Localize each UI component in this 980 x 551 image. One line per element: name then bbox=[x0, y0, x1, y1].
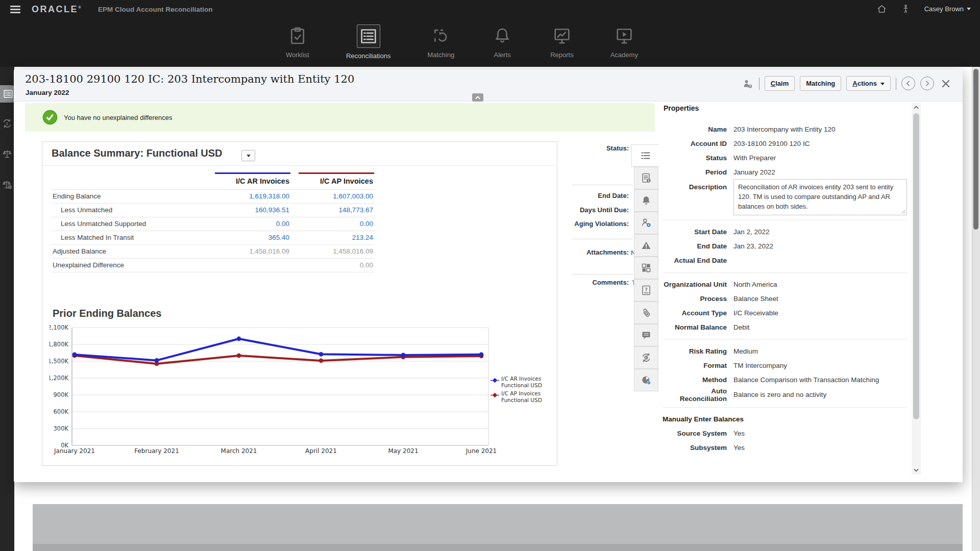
property-value: Medium bbox=[733, 347, 908, 355]
property-label: Actual End Date bbox=[663, 257, 727, 264]
chart-legend: I/C AR InvoicesFunctional USD I/C AP Inv… bbox=[491, 375, 555, 405]
property-value: 203-18100 29100 120 IC bbox=[733, 140, 908, 147]
toolbar-attributes-tiles-button[interactable] bbox=[634, 257, 658, 279]
dialog-header: 203-18100 29100 120 IC: 203 Intercompany… bbox=[14, 69, 963, 102]
close-icon[interactable] bbox=[941, 79, 950, 88]
top-bar: ORACLE® EPM Cloud Account Reconciliation… bbox=[0, 0, 980, 67]
resize-grip-icon[interactable] bbox=[900, 209, 905, 214]
user-help-icon[interactable]: ? bbox=[742, 78, 754, 89]
property-row: Auto Reconciliation Balance is zero and … bbox=[663, 387, 908, 403]
property-value: North America bbox=[733, 281, 908, 288]
property-row: Normal Balance Debit bbox=[663, 320, 908, 335]
balance-scale-add-icon[interactable] bbox=[2, 179, 13, 190]
description-textarea[interactable]: Reconciliation of AR invoices entity 203… bbox=[733, 179, 907, 215]
nav-item-alerts[interactable]: Alerts bbox=[491, 24, 513, 60]
legend-label: I/C AP InvoicesFunctional USD bbox=[501, 390, 542, 403]
balance-row: Ending Balance 1,619,318.00 1,607,003.00 bbox=[52, 190, 374, 204]
toolbar-prior-reconciliations-sync-button[interactable] bbox=[634, 346, 658, 369]
svg-text:1,800K: 1,800K bbox=[50, 341, 68, 348]
properties-scrollbar-thumb[interactable] bbox=[913, 113, 919, 419]
balance-value-ap[interactable]: 148,773.67 bbox=[299, 204, 374, 217]
toolbar-workflow-users-button[interactable] bbox=[634, 212, 658, 234]
property-label: Auto Reconciliation bbox=[663, 387, 727, 403]
properties-body: Name 203 Intercompany with Entity 120Acc… bbox=[663, 117, 908, 460]
property-row: Organizational Unit North America bbox=[663, 278, 908, 292]
property-value: With Preparer bbox=[733, 154, 908, 162]
claim-button[interactable]: Claim bbox=[765, 76, 795, 91]
svg-text:900K: 900K bbox=[54, 391, 69, 398]
user-name: Casey Brown bbox=[924, 5, 964, 13]
workflow-users-icon bbox=[640, 217, 652, 229]
toolbar-attachments-paperclip-button[interactable] bbox=[634, 302, 658, 324]
nav-label: Academy bbox=[610, 51, 638, 59]
previous-button[interactable] bbox=[901, 77, 915, 90]
nav-label: Matching bbox=[427, 51, 454, 59]
balance-value-ar[interactable]: 0.00 bbox=[215, 217, 290, 231]
background-page-content bbox=[33, 504, 963, 544]
column-header-ap: I/C AP Invoices bbox=[299, 172, 374, 189]
balance-value-ap: 0.00 bbox=[299, 259, 374, 272]
nav-item-worklist[interactable]: Worklist bbox=[286, 24, 309, 60]
success-banner: You have no unexplained differences bbox=[25, 103, 655, 132]
balance-value-ap[interactable]: 0.00 bbox=[299, 217, 374, 231]
balance-row-label: Less Unmatched Supported bbox=[52, 217, 215, 231]
collapse-summary-button[interactable] bbox=[472, 93, 483, 102]
aging-violations-label: Aging Violations: bbox=[542, 220, 629, 228]
property-row: Account ID 203-18100 29100 120 IC bbox=[663, 136, 908, 151]
comments-bubble-icon bbox=[640, 329, 652, 341]
legend-item: I/C AR InvoicesFunctional USD bbox=[491, 375, 555, 388]
actions-button[interactable]: Actions bbox=[846, 76, 891, 91]
svg-text:?: ? bbox=[749, 84, 751, 88]
toolbar-properties-list-button[interactable] bbox=[631, 144, 659, 167]
balance-summary-dropdown[interactable] bbox=[241, 150, 255, 161]
property-row: Process Balance Sheet bbox=[663, 292, 908, 306]
accessibility-person-icon[interactable] bbox=[900, 4, 911, 14]
balance-value-ar bbox=[215, 259, 290, 272]
scroll-down-icon[interactable] bbox=[912, 466, 921, 474]
next-button[interactable] bbox=[920, 77, 934, 90]
nav-item-reconciliations[interactable]: Reconciliations bbox=[346, 24, 390, 60]
legend-marker-icon bbox=[491, 392, 499, 398]
property-row: Subsystem Yes bbox=[663, 441, 908, 455]
nav-item-academy[interactable]: Academy bbox=[610, 24, 638, 60]
scroll-up-icon[interactable] bbox=[912, 103, 921, 111]
prior-reconciliations-sync-icon bbox=[640, 352, 652, 364]
properties-scrollbar[interactable] bbox=[912, 103, 921, 474]
toolbar-aging-pie-button[interactable] bbox=[634, 369, 658, 391]
hamburger-menu-icon[interactable] bbox=[10, 6, 20, 14]
toolbar-questions-doc-button[interactable]: ? bbox=[634, 279, 658, 302]
nav-item-reports[interactable]: Reports bbox=[550, 24, 574, 60]
balance-scale-icon[interactable] bbox=[2, 148, 13, 160]
svg-text:?: ? bbox=[645, 287, 647, 292]
toolbar-instructions-doc-button[interactable] bbox=[634, 167, 658, 189]
balance-value-ar[interactable]: 365.40 bbox=[215, 231, 290, 244]
property-row: Format TM Intercompany bbox=[663, 359, 908, 373]
property-value: Yes bbox=[733, 430, 908, 437]
svg-text:May 2021: May 2021 bbox=[388, 447, 418, 455]
transactions-money-icon[interactable]: $ bbox=[2, 118, 13, 129]
property-label: Normal Balance bbox=[663, 323, 727, 331]
page-scrollbar-thumb[interactable] bbox=[973, 69, 978, 230]
balance-value-ar[interactable]: 160,936.51 bbox=[215, 204, 290, 217]
matching-button[interactable]: Matching bbox=[800, 76, 841, 91]
properties-group-header: Manually Enter Balances bbox=[663, 412, 908, 427]
divider bbox=[572, 239, 633, 239]
property-row: Source System Yes bbox=[663, 427, 908, 441]
balance-row: Less Unmatched 160,936.51 148,773.67 bbox=[52, 204, 374, 217]
questions-doc-icon: ? bbox=[640, 284, 652, 296]
balance-value-ar[interactable]: 1,619,318.00 bbox=[215, 190, 290, 203]
end-date-label: End Date: bbox=[542, 192, 629, 199]
reconciliation-dialog: 203-18100 29100 120 IC: 203 Intercompany… bbox=[14, 69, 963, 482]
property-value: I/C Receivable bbox=[733, 309, 908, 317]
user-menu[interactable]: Casey Brown bbox=[924, 5, 971, 13]
nav-item-matching[interactable]: Matching bbox=[427, 24, 454, 60]
toolbar-warnings-triangle-button[interactable] bbox=[634, 234, 658, 257]
balance-summary-table: I/C AR InvoicesI/C AP InvoicesEnding Bal… bbox=[52, 172, 374, 272]
home-icon[interactable] bbox=[876, 4, 887, 14]
toolbar-comments-bubble-button[interactable] bbox=[634, 324, 658, 346]
page-scrollbar[interactable] bbox=[972, 67, 980, 551]
toolbar-alerts-bell-button[interactable] bbox=[634, 189, 658, 212]
balance-value-ap[interactable]: 1,607,003.00 bbox=[299, 190, 374, 203]
caret-down-icon bbox=[247, 155, 251, 157]
balance-value-ap[interactable]: 213.24 bbox=[299, 231, 374, 244]
